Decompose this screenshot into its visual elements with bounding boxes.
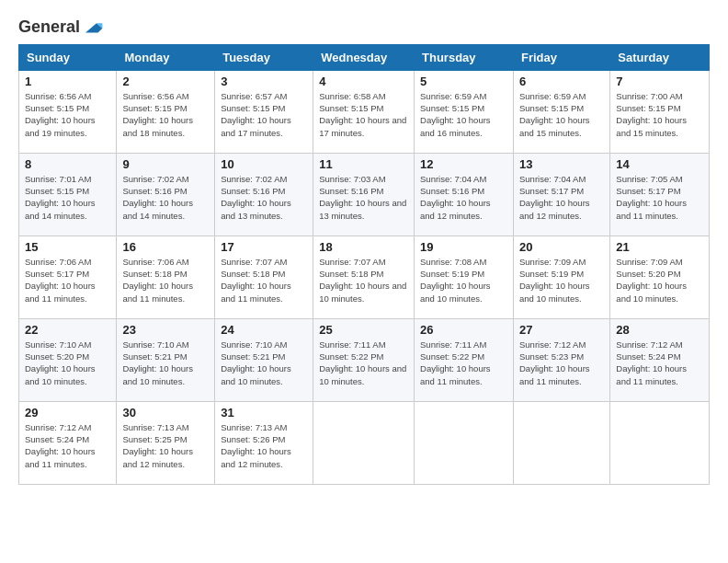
calendar-table: SundayMondayTuesdayWednesdayThursdayFrid… [18, 44, 710, 485]
day-info: Sunrise: 7:04 AMSunset: 5:17 PMDaylight:… [519, 173, 604, 222]
calendar-cell [415, 401, 514, 484]
calendar-cell: 31Sunrise: 7:13 AMSunset: 5:26 PMDayligh… [215, 401, 313, 484]
day-number: 7 [616, 75, 703, 88]
day-info: Sunrise: 7:04 AMSunset: 5:16 PMDaylight:… [420, 173, 507, 222]
day-number: 25 [319, 323, 408, 337]
calendar-body: 1Sunrise: 6:56 AMSunset: 5:15 PMDaylight… [19, 70, 710, 484]
calendar-cell: 26Sunrise: 7:11 AMSunset: 5:22 PMDayligh… [415, 318, 514, 401]
calendar-header-row: SundayMondayTuesdayWednesdayThursdayFrid… [19, 44, 710, 70]
day-info: Sunrise: 7:06 AMSunset: 5:17 PMDaylight:… [25, 256, 110, 304]
calendar-week-row: 8Sunrise: 7:01 AMSunset: 5:15 PMDaylight… [19, 153, 710, 236]
calendar-week-row: 29Sunrise: 7:12 AMSunset: 5:24 PMDayligh… [19, 401, 710, 484]
day-number: 10 [221, 157, 307, 171]
calendar-cell [313, 401, 415, 484]
day-number: 18 [319, 240, 408, 254]
day-number: 24 [221, 323, 307, 337]
calendar-cell: 15Sunrise: 7:06 AMSunset: 5:17 PMDayligh… [19, 236, 117, 318]
calendar-cell [610, 401, 710, 484]
day-info: Sunrise: 7:12 AMSunset: 5:24 PMDaylight:… [25, 421, 110, 470]
day-info: Sunrise: 6:59 AMSunset: 5:15 PMDaylight:… [420, 90, 507, 139]
day-number: 8 [25, 157, 110, 171]
day-info: Sunrise: 7:11 AMSunset: 5:22 PMDaylight:… [420, 339, 507, 387]
day-number: 5 [420, 75, 507, 88]
calendar-header-sunday: Sunday [19, 44, 117, 70]
calendar-header-wednesday: Wednesday [313, 44, 415, 70]
day-info: Sunrise: 7:09 AMSunset: 5:19 PMDaylight:… [519, 256, 604, 304]
logo: General [18, 18, 104, 37]
calendar-cell: 8Sunrise: 7:01 AMSunset: 5:15 PMDaylight… [19, 153, 117, 236]
day-number: 20 [519, 240, 604, 254]
calendar-cell: 14Sunrise: 7:05 AMSunset: 5:17 PMDayligh… [610, 153, 710, 236]
day-info: Sunrise: 7:10 AMSunset: 5:21 PMDaylight:… [122, 339, 209, 387]
day-info: Sunrise: 7:07 AMSunset: 5:18 PMDaylight:… [319, 256, 408, 304]
day-number: 28 [616, 323, 703, 337]
day-info: Sunrise: 7:10 AMSunset: 5:21 PMDaylight:… [221, 339, 307, 387]
calendar-cell [513, 401, 609, 484]
day-info: Sunrise: 7:12 AMSunset: 5:23 PMDaylight:… [519, 339, 604, 387]
calendar-cell: 5Sunrise: 6:59 AMSunset: 5:15 PMDaylight… [415, 70, 514, 153]
day-number: 15 [25, 240, 110, 254]
day-number: 26 [420, 323, 507, 337]
logo-icon [82, 19, 104, 36]
calendar-cell: 1Sunrise: 6:56 AMSunset: 5:15 PMDaylight… [19, 70, 117, 153]
calendar-cell: 22Sunrise: 7:10 AMSunset: 5:20 PMDayligh… [19, 318, 117, 401]
calendar-cell: 16Sunrise: 7:06 AMSunset: 5:18 PMDayligh… [117, 236, 215, 318]
calendar-cell: 21Sunrise: 7:09 AMSunset: 5:20 PMDayligh… [610, 236, 710, 318]
day-number: 3 [221, 75, 307, 88]
day-info: Sunrise: 6:58 AMSunset: 5:15 PMDaylight:… [319, 90, 408, 139]
day-info: Sunrise: 6:56 AMSunset: 5:15 PMDaylight:… [25, 90, 110, 139]
calendar-cell: 9Sunrise: 7:02 AMSunset: 5:16 PMDaylight… [117, 153, 215, 236]
day-info: Sunrise: 7:06 AMSunset: 5:18 PMDaylight:… [122, 256, 209, 304]
day-number: 21 [616, 240, 703, 254]
day-info: Sunrise: 7:09 AMSunset: 5:20 PMDaylight:… [616, 256, 703, 304]
header-section: General [18, 18, 710, 37]
day-info: Sunrise: 6:56 AMSunset: 5:15 PMDaylight:… [122, 90, 209, 139]
calendar-week-row: 22Sunrise: 7:10 AMSunset: 5:20 PMDayligh… [19, 318, 710, 401]
calendar-cell: 4Sunrise: 6:58 AMSunset: 5:15 PMDaylight… [313, 70, 415, 153]
calendar-cell: 18Sunrise: 7:07 AMSunset: 5:18 PMDayligh… [313, 236, 415, 318]
day-info: Sunrise: 7:05 AMSunset: 5:17 PMDaylight:… [616, 173, 703, 222]
day-info: Sunrise: 7:13 AMSunset: 5:25 PMDaylight:… [122, 421, 209, 470]
calendar-header-thursday: Thursday [415, 44, 514, 70]
calendar-cell: 19Sunrise: 7:08 AMSunset: 5:19 PMDayligh… [415, 236, 514, 318]
day-info: Sunrise: 7:01 AMSunset: 5:15 PMDaylight:… [25, 173, 110, 222]
day-number: 13 [519, 157, 604, 171]
day-number: 11 [319, 157, 408, 171]
calendar-cell: 27Sunrise: 7:12 AMSunset: 5:23 PMDayligh… [513, 318, 609, 401]
day-info: Sunrise: 7:12 AMSunset: 5:24 PMDaylight:… [616, 339, 703, 387]
logo-general: General [18, 18, 80, 37]
day-info: Sunrise: 7:03 AMSunset: 5:16 PMDaylight:… [319, 173, 408, 222]
day-number: 14 [616, 157, 703, 171]
day-number: 16 [122, 240, 209, 254]
day-number: 29 [25, 406, 110, 419]
calendar-cell: 28Sunrise: 7:12 AMSunset: 5:24 PMDayligh… [610, 318, 710, 401]
calendar-cell: 25Sunrise: 7:11 AMSunset: 5:22 PMDayligh… [313, 318, 415, 401]
calendar-cell: 13Sunrise: 7:04 AMSunset: 5:17 PMDayligh… [513, 153, 609, 236]
day-number: 19 [420, 240, 507, 254]
day-info: Sunrise: 6:57 AMSunset: 5:15 PMDaylight:… [221, 90, 307, 139]
day-number: 30 [122, 406, 209, 419]
calendar-cell: 3Sunrise: 6:57 AMSunset: 5:15 PMDaylight… [215, 70, 313, 153]
calendar-cell: 23Sunrise: 7:10 AMSunset: 5:21 PMDayligh… [117, 318, 215, 401]
day-number: 17 [221, 240, 307, 254]
day-number: 27 [519, 323, 604, 337]
calendar-header-saturday: Saturday [610, 44, 710, 70]
day-info: Sunrise: 7:02 AMSunset: 5:16 PMDaylight:… [221, 173, 307, 222]
day-number: 31 [221, 406, 307, 419]
day-number: 12 [420, 157, 507, 171]
day-number: 4 [319, 75, 408, 88]
day-number: 6 [519, 75, 604, 88]
calendar-cell: 17Sunrise: 7:07 AMSunset: 5:18 PMDayligh… [215, 236, 313, 318]
calendar-cell: 2Sunrise: 6:56 AMSunset: 5:15 PMDaylight… [117, 70, 215, 153]
day-info: Sunrise: 7:11 AMSunset: 5:22 PMDaylight:… [319, 339, 408, 387]
day-number: 23 [122, 323, 209, 337]
calendar-cell: 12Sunrise: 7:04 AMSunset: 5:16 PMDayligh… [415, 153, 514, 236]
day-number: 9 [122, 157, 209, 171]
calendar-week-row: 1Sunrise: 6:56 AMSunset: 5:15 PMDaylight… [19, 70, 710, 153]
day-info: Sunrise: 7:13 AMSunset: 5:26 PMDaylight:… [221, 421, 307, 470]
calendar-header-tuesday: Tuesday [215, 44, 313, 70]
calendar-cell: 30Sunrise: 7:13 AMSunset: 5:25 PMDayligh… [117, 401, 215, 484]
calendar-cell: 6Sunrise: 6:59 AMSunset: 5:15 PMDaylight… [513, 70, 609, 153]
calendar-cell: 7Sunrise: 7:00 AMSunset: 5:15 PMDaylight… [610, 70, 710, 153]
calendar-week-row: 15Sunrise: 7:06 AMSunset: 5:17 PMDayligh… [19, 236, 710, 318]
